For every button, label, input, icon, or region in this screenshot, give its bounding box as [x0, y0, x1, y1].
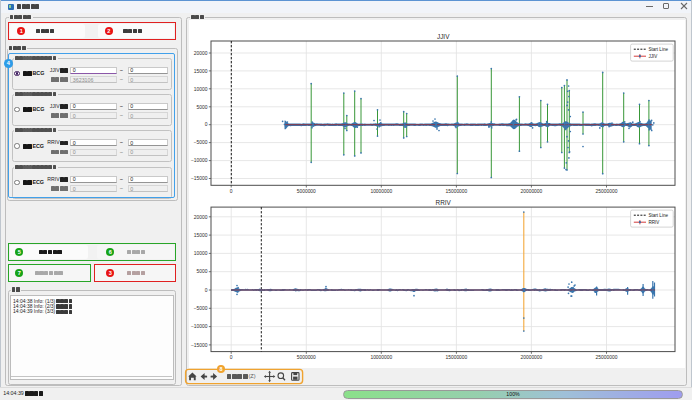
svg-text:−5000: −5000: [194, 140, 208, 145]
svg-text:5000: 5000: [197, 269, 208, 274]
svg-text:20000000: 20000000: [521, 354, 543, 359]
svg-text:5000000: 5000000: [297, 188, 316, 193]
svg-text:0: 0: [205, 287, 208, 292]
svg-text:0: 0: [230, 354, 233, 359]
svg-text:JJIV: JJIV: [648, 54, 658, 59]
svg-text:0: 0: [230, 188, 233, 193]
svg-text:15000000: 15000000: [446, 354, 468, 359]
svg-text:25000000: 25000000: [596, 188, 618, 193]
svg-text:−10000: −10000: [191, 324, 208, 329]
svg-text:10000000: 10000000: [370, 188, 392, 193]
svg-text:RRIV: RRIV: [648, 220, 660, 225]
svg-text:RRIV: RRIV: [436, 198, 452, 205]
svg-text:10000000: 10000000: [370, 354, 392, 359]
svg-text:20000: 20000: [194, 214, 208, 219]
svg-text:10000: 10000: [194, 86, 208, 91]
svg-text:5000000: 5000000: [297, 354, 316, 359]
svg-text:−10000: −10000: [191, 158, 208, 163]
svg-text:Start Line: Start Line: [648, 213, 668, 218]
svg-text:−5000: −5000: [194, 306, 208, 311]
svg-text:JJIV: JJIV: [437, 32, 450, 39]
svg-text:0: 0: [205, 122, 208, 127]
svg-text:25000000: 25000000: [596, 354, 618, 359]
svg-text:−15000: −15000: [191, 176, 208, 181]
svg-text:15000: 15000: [194, 232, 208, 237]
svg-text:15000: 15000: [194, 68, 208, 73]
svg-text:20000: 20000: [194, 50, 208, 55]
svg-text:−15000: −15000: [191, 342, 208, 347]
svg-text:15000000: 15000000: [446, 188, 468, 193]
svg-text:5000: 5000: [197, 104, 208, 109]
svg-text:20000000: 20000000: [521, 188, 543, 193]
svg-text:Start Line: Start Line: [648, 47, 668, 52]
svg-text:10000: 10000: [194, 251, 208, 256]
